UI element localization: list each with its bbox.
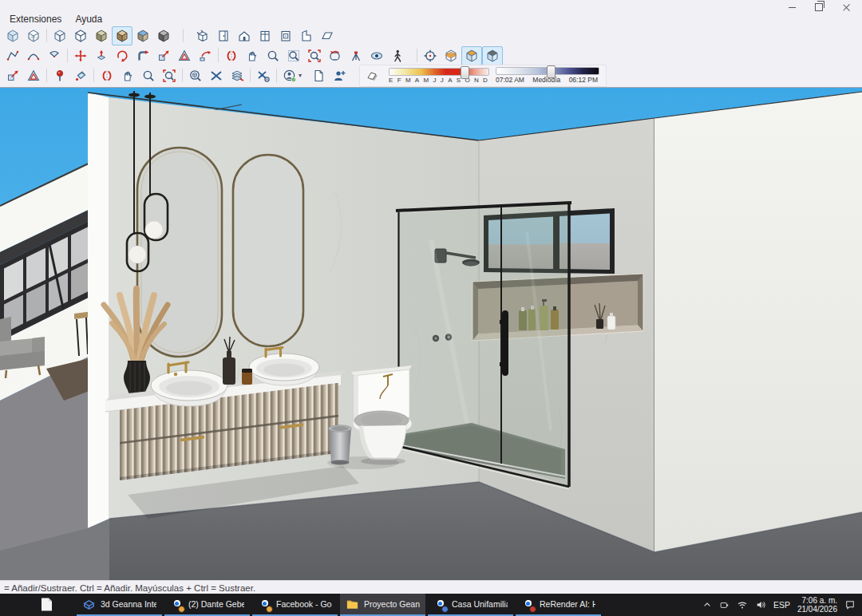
scale-icon-2[interactable] (2, 66, 23, 85)
box-tool-icon[interactable] (192, 26, 213, 45)
window-tool-icon[interactable] (255, 26, 275, 45)
month-labels: EFMAMJJASOND (389, 77, 488, 84)
shadow-date-slider[interactable]: EFMAMJJASOND (389, 68, 489, 84)
add-person-icon[interactable] (329, 66, 350, 85)
background-building[interactable] (0, 161, 99, 580)
style-monochrome-icon[interactable] (153, 26, 174, 45)
style-wireframe-icon[interactable] (49, 26, 70, 45)
push-pull-icon[interactable] (91, 46, 112, 65)
curve-cross-icon[interactable] (206, 66, 227, 85)
taskbar-item-explorer[interactable]: Proyecto Geanna 4 (340, 594, 425, 616)
style-textured-icon[interactable] (132, 26, 153, 45)
time-slider-thumb[interactable] (547, 65, 556, 78)
chrome-icon (258, 598, 271, 611)
rotate-icon[interactable] (112, 46, 132, 65)
taskbar-item-document[interactable] (35, 594, 70, 616)
walk-icon[interactable] (387, 46, 408, 65)
language-indicator[interactable]: ESP (773, 600, 790, 610)
title-bar (0, 0, 862, 14)
mirror-right[interactable] (233, 155, 303, 346)
taskbar-item-chrome-dante[interactable]: (2) Dante Gebel #94... (164, 594, 250, 616)
tray-expand-icon[interactable] (702, 600, 712, 610)
account-icon[interactable] (279, 66, 300, 85)
sink-left[interactable] (151, 370, 227, 406)
style-shaded-textures-icon[interactable] (112, 26, 132, 45)
follow-me-icon[interactable] (132, 46, 153, 65)
scale-icon[interactable] (153, 46, 174, 65)
menu-ayuda[interactable]: Ayuda (75, 14, 102, 25)
notifications-icon[interactable] (844, 599, 856, 610)
taskbar-item-chrome-facebook[interactable]: Facebook - Google ... (252, 594, 338, 616)
section-plane-icon[interactable] (441, 46, 461, 65)
menu-bar: Extensiones Ayuda (0, 13, 102, 26)
freehand-icon[interactable] (2, 46, 23, 65)
trash-can[interactable] (329, 425, 352, 465)
battery-icon[interactable] (719, 600, 730, 610)
pie-icon[interactable] (44, 46, 65, 65)
arc-icon[interactable] (23, 46, 44, 65)
taskbar-item-chrome-casa[interactable]: Casa Unifamiliar en... (428, 594, 513, 616)
volume-icon[interactable] (755, 599, 766, 610)
style-hidden-line-icon[interactable] (70, 26, 91, 45)
layers-stack-icon[interactable] (227, 66, 247, 85)
zoom-extents-icon-2[interactable] (159, 66, 180, 85)
time-end-label: 06:12 PM (569, 76, 598, 84)
new-document-icon[interactable] (308, 66, 329, 85)
flip-icon-2[interactable] (97, 66, 117, 85)
x-gear-icon[interactable] (253, 66, 274, 85)
door-tool-icon[interactable] (213, 26, 234, 45)
date-slider-track[interactable] (389, 68, 489, 76)
pan-icon-2[interactable] (117, 66, 138, 85)
zoom-extents-icon[interactable] (304, 46, 325, 65)
pan-icon[interactable] (242, 46, 263, 65)
offset-icon-2[interactable] (23, 66, 44, 85)
offset-icon[interactable] (174, 46, 195, 65)
paint-bucket-icon[interactable] (70, 66, 91, 85)
camera-target-icon[interactable] (420, 46, 441, 65)
roof-tool-icon[interactable] (296, 26, 317, 45)
window-controls (779, 2, 859, 13)
viewer-icon[interactable] (185, 66, 206, 85)
taskbar: 3d Geanna Interior ... (2) Dante Gebel #… (0, 594, 862, 616)
toggle-shadows-icon[interactable] (362, 66, 382, 85)
date-slider-thumb[interactable] (461, 66, 469, 79)
sink-right[interactable] (249, 353, 319, 385)
display-section-cuts-icon[interactable] (461, 46, 482, 65)
zoom-icon-2[interactable] (138, 66, 159, 85)
close-button[interactable] (833, 2, 859, 13)
menu-extensiones[interactable]: Extensiones (10, 14, 61, 25)
style-shaded-icon[interactable] (91, 26, 112, 45)
account-caret-icon[interactable]: ▾ (299, 72, 302, 79)
cabinet-tool-icon[interactable] (275, 26, 296, 45)
slab-tool-icon[interactable] (317, 26, 338, 45)
display-section-fill-icon[interactable] (482, 46, 503, 65)
position-camera-icon[interactable] (346, 46, 366, 65)
minimize-button[interactable] (779, 2, 805, 13)
taskbar-item-sketchup[interactable]: 3d Geanna Interior ... (77, 594, 162, 616)
time-slider-track[interactable] (496, 67, 599, 75)
shower-glass[interactable] (396, 203, 571, 489)
taskbar-label: Facebook - Google ... (276, 599, 332, 609)
zoom-icon[interactable] (263, 46, 283, 65)
flip-icon[interactable] (221, 46, 242, 65)
house-tool-icon[interactable] (234, 26, 255, 45)
shadow-time-slider[interactable]: 07:02 AM Mediodía 06:12 PM (496, 67, 599, 84)
look-around-icon[interactable] (366, 46, 387, 65)
wifi-icon[interactable] (737, 599, 748, 610)
taskbar-item-chrome-rerender[interactable]: ReRender AI: Herra... (516, 594, 601, 616)
style-back-edges-icon[interactable] (23, 26, 44, 45)
right-wall[interactable] (654, 92, 862, 552)
position-camera-pin-icon[interactable] (49, 66, 70, 85)
sketchup-window: Extensiones Ayuda (0, 0, 862, 616)
style-xray-icon[interactable] (2, 26, 23, 45)
toolbar-row-tools (0, 45, 862, 65)
viewport-3d[interactable] (0, 87, 862, 580)
rotated-rectangle-icon[interactable] (195, 46, 216, 65)
status-hint: = Añadir/Sustraer. Ctrl = Añadir. Mayúsc… (4, 583, 255, 593)
move-icon[interactable] (70, 46, 91, 65)
restore-button[interactable] (806, 2, 832, 13)
zoom-window-icon[interactable] (283, 46, 304, 65)
previous-view-icon[interactable] (325, 46, 346, 65)
tray-clock[interactable]: 7:06 a. m. 21/04/2026 (797, 596, 837, 614)
scene-canvas[interactable] (0, 88, 862, 580)
